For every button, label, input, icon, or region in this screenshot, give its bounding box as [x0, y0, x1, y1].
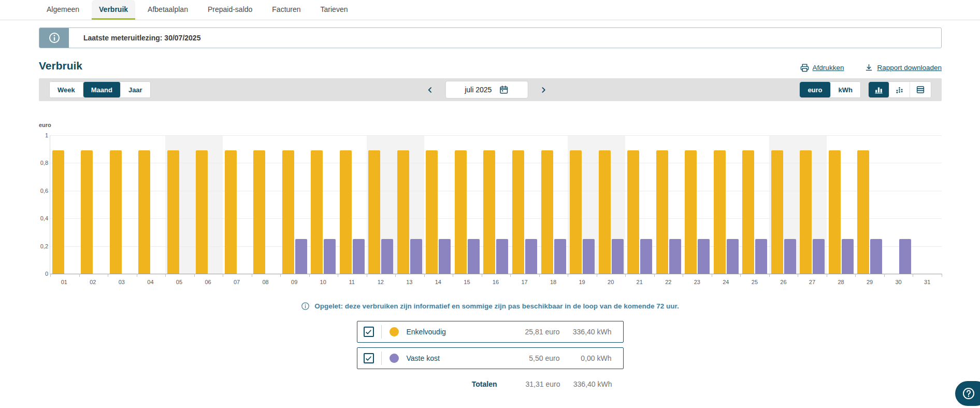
tab-facturen[interactable]: Facturen — [265, 0, 308, 20]
bar-vaste-kost-30 — [899, 239, 911, 274]
x-axis-label-31: 31 — [913, 279, 942, 285]
bar-vaste-kost-26 — [784, 239, 796, 274]
date-picker[interactable]: juli 2025 — [445, 81, 528, 99]
bar-vaste-kost-28 — [842, 239, 854, 274]
tab-tarieven[interactable]: Tarieven — [313, 0, 355, 20]
x-axis-label-10: 10 — [309, 279, 338, 285]
y-tick-label: 1 — [35, 132, 48, 138]
chart-day-slot-29 — [855, 135, 884, 274]
axis-boundary-tick — [108, 274, 108, 277]
totals-euro-value: 31,31 euro — [503, 380, 560, 388]
bar-vaste-kost-09 — [295, 239, 307, 274]
x-axis-label-07: 07 — [222, 279, 251, 285]
axis-boundary-tick — [568, 274, 568, 277]
x-axis-label-29: 29 — [855, 279, 884, 285]
dotted-chart-view-button[interactable] — [889, 82, 910, 97]
bar-enkelvoudig-12 — [368, 150, 380, 274]
axis-boundary-tick — [597, 274, 597, 277]
axis-boundary-tick — [338, 274, 338, 277]
x-axis-label-18: 18 — [539, 279, 568, 285]
axis-boundary-tick — [769, 274, 770, 277]
bar-enkelvoudig-06 — [196, 150, 208, 274]
y-tick-label: 0,2 — [35, 243, 48, 249]
bar-vaste-kost-29 — [870, 239, 882, 274]
meter-reading-text: Laatste meteruitlezing: 30/07/2025 — [69, 28, 200, 48]
bar-chart-icon — [874, 86, 883, 94]
bar-enkelvoudig-17 — [512, 150, 524, 274]
bar-enkelvoudig-07 — [225, 150, 237, 274]
chart-day-slot-11 — [338, 135, 367, 274]
print-link[interactable]: Afdrukken — [800, 63, 844, 72]
help-button[interactable] — [955, 381, 980, 406]
page-title: Verbruik — [39, 60, 82, 72]
axis-boundary-tick — [50, 274, 51, 277]
bar-enkelvoudig-04 — [138, 150, 150, 274]
chart-day-slot-27 — [798, 135, 827, 274]
y-axis-unit-label: euro — [39, 122, 942, 128]
bar-vaste-kost-24 — [727, 239, 739, 274]
legend-row-vaste-kost: Vaste kost 5,50 euro 0,00 kWh — [357, 347, 624, 369]
y-tick-label: 0,8 — [35, 160, 48, 166]
period-jaar-button[interactable]: Jaar — [121, 82, 150, 97]
chart-view-toggle — [868, 81, 931, 98]
bar-enkelvoudig-21 — [627, 150, 639, 274]
axis-boundary-tick — [913, 274, 913, 277]
x-axis-label-24: 24 — [712, 279, 741, 285]
x-axis-label-09: 09 — [280, 279, 309, 285]
unit-kwh-button[interactable]: kWh — [831, 82, 860, 97]
bar-enkelvoudig-15 — [455, 150, 467, 274]
bar-chart-view-button[interactable] — [869, 82, 889, 97]
chart-day-slot-08 — [252, 135, 281, 274]
chart-day-slot-04 — [137, 135, 166, 274]
bar-vaste-kost-22 — [669, 239, 681, 274]
axis-boundary-tick — [482, 274, 482, 277]
tab-algemeen[interactable]: Algemeen — [39, 0, 87, 20]
tab-afbetaalplan[interactable]: Afbetaalplan — [140, 0, 195, 20]
chart-day-slot-25 — [740, 135, 769, 274]
x-axis-label-17: 17 — [510, 279, 539, 285]
axis-boundary-tick — [625, 274, 626, 277]
axis-boundary-tick — [654, 274, 655, 277]
period-week-button[interactable]: Week — [50, 82, 83, 97]
period-maand-button[interactable]: Maand — [83, 82, 121, 97]
chart-day-slot-18 — [539, 135, 568, 274]
tab-prepaid-saldo[interactable]: Prepaid-saldo — [200, 0, 260, 20]
axis-boundary-tick — [165, 274, 166, 277]
y-tick-label: 0,6 — [35, 188, 48, 194]
x-axis-label-06: 06 — [194, 279, 223, 285]
download-report-link[interactable]: Rapport downloaden — [864, 63, 942, 72]
previous-month-button[interactable] — [424, 84, 436, 96]
calendar-icon — [499, 85, 508, 94]
table-view-button[interactable] — [910, 82, 931, 97]
vaste-kost-checkbox[interactable] — [364, 353, 374, 363]
chevron-right-icon — [539, 86, 547, 94]
download-label: Rapport downloaden — [877, 64, 942, 72]
next-month-button[interactable] — [537, 84, 549, 96]
bar-vaste-kost-25 — [755, 239, 767, 274]
axis-boundary-tick — [539, 274, 540, 277]
x-axis-label-15: 15 — [453, 279, 482, 285]
bar-vaste-kost-23 — [698, 239, 710, 274]
unit-euro-button[interactable]: euro — [800, 82, 830, 97]
axis-boundary-tick — [453, 274, 453, 277]
x-axis-label-19: 19 — [568, 279, 597, 285]
tab-verbruik[interactable]: Verbruik — [92, 0, 135, 20]
enkelvoudig-checkbox[interactable] — [364, 327, 374, 337]
totals-row: Totalen 31,31 euro 336,40 kWh — [357, 374, 624, 388]
axis-boundary-tick — [855, 274, 856, 277]
legend-divider — [381, 351, 382, 365]
chart-day-slot-10 — [309, 135, 338, 274]
totals-label: Totalen — [363, 380, 503, 388]
chart-day-slot-30 — [884, 135, 913, 274]
axis-boundary-tick — [798, 274, 798, 277]
x-axis-label-30: 30 — [884, 279, 913, 285]
bar-enkelvoudig-05 — [167, 150, 179, 274]
axis-boundary-tick — [137, 274, 137, 277]
chart-day-slot-31 — [913, 135, 942, 274]
printer-icon — [800, 63, 809, 72]
legend-divider — [381, 325, 382, 339]
x-axis-label-26: 26 — [769, 279, 798, 285]
axis-boundary-tick — [884, 274, 885, 277]
x-axis-label-23: 23 — [683, 279, 712, 285]
bar-vaste-kost-15 — [468, 239, 480, 274]
